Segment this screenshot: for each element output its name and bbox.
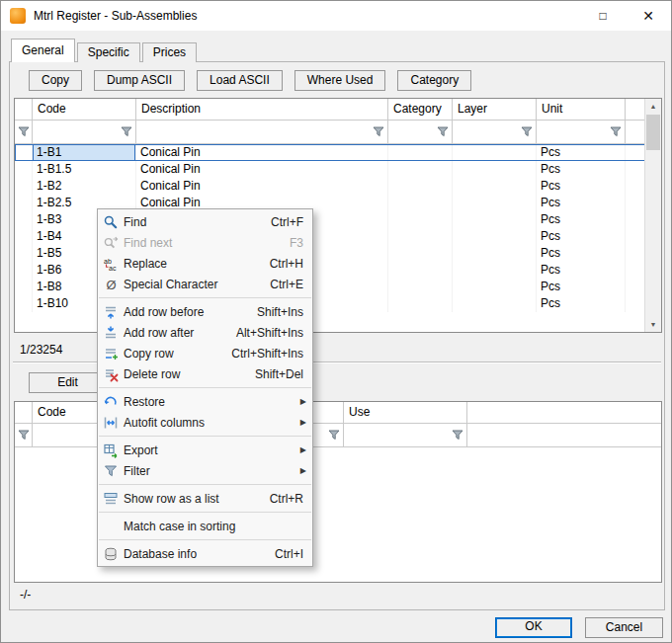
- cell-layer[interactable]: [453, 195, 537, 211]
- row-selector-cell[interactable]: [15, 161, 33, 178]
- row-selector-cell[interactable]: [15, 245, 33, 262]
- cell-layer[interactable]: [453, 211, 537, 228]
- copy-button[interactable]: Copy: [29, 70, 82, 91]
- filter-cell-selector[interactable]: [15, 424, 33, 447]
- filter-cell-unit[interactable]: [537, 121, 626, 144]
- cell-layer[interactable]: [453, 228, 537, 245]
- row-selector-cell[interactable]: [15, 228, 33, 245]
- filter-cell-code[interactable]: [33, 121, 136, 144]
- column-header-description[interactable]: Description: [136, 99, 388, 121]
- row-selector-cell[interactable]: [15, 144, 33, 161]
- tab-specific[interactable]: Specific: [77, 42, 140, 62]
- cell-description[interactable]: Conical Pin: [136, 178, 388, 195]
- scrollbar-thumb[interactable]: [646, 115, 660, 150]
- vertical-scrollbar[interactable]: ▲ ▼: [644, 99, 661, 332]
- cell-category[interactable]: [388, 262, 453, 279]
- cell-code[interactable]: 1-B1.5: [33, 161, 136, 178]
- cell-layer[interactable]: [453, 144, 537, 161]
- column-header-unit[interactable]: Unit: [537, 99, 626, 121]
- dump-ascii-button[interactable]: Dump ASCII: [94, 70, 185, 91]
- cell-unit[interactable]: Pcs: [537, 144, 626, 161]
- filter-cell-category[interactable]: [388, 121, 453, 144]
- filter-funnel-icon[interactable]: [18, 430, 30, 441]
- cell-category[interactable]: [388, 211, 453, 228]
- maximize-button[interactable]: □: [580, 1, 626, 31]
- cell-description[interactable]: Conical Pin: [136, 161, 388, 178]
- filter-funnel-icon[interactable]: [18, 126, 30, 137]
- filter-funnel-icon[interactable]: [328, 430, 340, 441]
- cell-layer[interactable]: [453, 178, 537, 195]
- menu-item-match-case-in-sorting[interactable]: Match case in sorting: [98, 516, 312, 536]
- filter-funnel-icon[interactable]: [121, 126, 132, 137]
- cell-code[interactable]: 1-B1: [33, 144, 136, 161]
- ok-button[interactable]: OK: [495, 617, 572, 638]
- column-header-category[interactable]: Category: [388, 99, 453, 121]
- row-selector-cell[interactable]: [15, 195, 33, 211]
- cell-category[interactable]: [388, 144, 453, 161]
- cell-layer[interactable]: [453, 262, 537, 279]
- column-header-use[interactable]: Use: [344, 402, 467, 424]
- cell-layer[interactable]: [453, 161, 537, 178]
- cell-unit[interactable]: Pcs: [537, 211, 626, 228]
- cell-category[interactable]: [388, 295, 453, 312]
- category-button[interactable]: Category: [397, 70, 471, 91]
- menu-item-export[interactable]: Export ▶: [98, 440, 312, 460]
- cell-description[interactable]: Conical Pin: [136, 144, 388, 161]
- cell-unit[interactable]: Pcs: [537, 195, 626, 211]
- cell-unit[interactable]: Pcs: [537, 245, 626, 262]
- cell-category[interactable]: [388, 279, 453, 295]
- filter-cell-selector[interactable]: [15, 121, 33, 144]
- scroll-up-button[interactable]: ▲: [645, 99, 661, 114]
- menu-item-add-row-before[interactable]: Add row before Shift+Ins: [98, 301, 312, 322]
- menu-item-copy-row[interactable]: Copy row Ctrl+Shift+Ins: [98, 343, 312, 363]
- cell-unit[interactable]: Pcs: [537, 178, 626, 195]
- cancel-button[interactable]: Cancel: [585, 617, 663, 638]
- filter-funnel-icon[interactable]: [452, 430, 463, 441]
- cell-category[interactable]: [388, 161, 453, 178]
- cell-unit[interactable]: Pcs: [537, 228, 626, 245]
- cell-unit[interactable]: Pcs: [537, 161, 626, 178]
- cell-layer[interactable]: [453, 295, 537, 312]
- cell-unit[interactable]: Pcs: [537, 262, 626, 279]
- filter-cell-use[interactable]: [344, 424, 467, 447]
- row-selector-cell[interactable]: [15, 295, 33, 312]
- filter-funnel-icon[interactable]: [521, 126, 533, 137]
- filter-cell-layer[interactable]: [453, 121, 537, 144]
- menu-item-replace[interactable]: abac Replace Ctrl+H: [98, 253, 312, 274]
- menu-item-database-info[interactable]: Database info Ctrl+I: [98, 543, 312, 564]
- tab-prices[interactable]: Prices: [142, 42, 197, 62]
- column-header-code[interactable]: Code: [33, 99, 136, 121]
- cell-category[interactable]: [388, 245, 453, 262]
- cell-layer[interactable]: [453, 279, 537, 295]
- tab-general[interactable]: General: [11, 39, 75, 62]
- menu-item-add-row-after[interactable]: Add row after Alt+Shift+Ins: [98, 322, 312, 343]
- row-selector-cell[interactable]: [15, 211, 33, 228]
- cell-unit[interactable]: Pcs: [537, 279, 626, 295]
- menu-item-restore[interactable]: Restore ▶: [98, 391, 312, 412]
- menu-item-special-character[interactable]: Ø Special Character Ctrl+E: [98, 274, 312, 294]
- menu-item-filter[interactable]: Filter ▶: [98, 460, 312, 481]
- row-selector-cell[interactable]: [15, 178, 33, 195]
- table-row[interactable]: 1-B2 Conical Pin Pcs: [15, 178, 645, 195]
- edit-button[interactable]: Edit: [29, 372, 107, 393]
- filter-funnel-icon[interactable]: [437, 126, 449, 137]
- cell-category[interactable]: [388, 178, 453, 195]
- table-row[interactable]: 1-B1.5 Conical Pin Pcs: [15, 161, 645, 178]
- menu-item-delete-row[interactable]: Delete row Shift+Del: [98, 363, 312, 384]
- filter-funnel-icon[interactable]: [610, 126, 622, 137]
- menu-item-find[interactable]: Find Ctrl+F: [98, 211, 312, 232]
- menu-item-show-row-as-list[interactable]: Show row as a list Ctrl+R: [98, 488, 312, 509]
- cell-category[interactable]: [388, 228, 453, 245]
- filter-cell-description[interactable]: [136, 121, 388, 144]
- where-used-button[interactable]: Where Used: [294, 70, 386, 91]
- cell-unit[interactable]: Pcs: [537, 295, 626, 312]
- column-header-layer[interactable]: Layer: [453, 99, 537, 121]
- row-selector-cell[interactable]: [15, 262, 33, 279]
- scroll-down-button[interactable]: ▼: [645, 317, 661, 332]
- cell-layer[interactable]: [453, 245, 537, 262]
- cell-category[interactable]: [388, 195, 453, 211]
- filter-funnel-icon[interactable]: [373, 126, 384, 137]
- cell-code[interactable]: 1-B2: [33, 178, 136, 195]
- close-button[interactable]: ✕: [626, 1, 671, 31]
- menu-item-autofit-columns[interactable]: Autofit columns ▶: [98, 412, 312, 433]
